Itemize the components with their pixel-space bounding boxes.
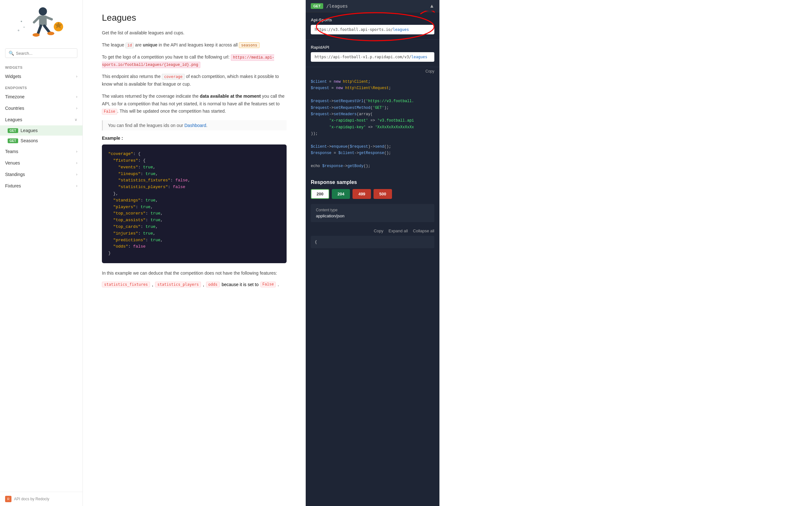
chevron-right-icon: › — [76, 184, 77, 188]
chevron-right-icon: › — [76, 74, 77, 79]
search-icon: 🔍 — [9, 51, 14, 56]
php-code-block: $client = new http\Client; $request = ne… — [306, 74, 439, 174]
sidebar-logo — [0, 0, 82, 45]
paragraph-2: The league id are unique in the API and … — [102, 41, 287, 49]
chevron-right-icon: › — [76, 94, 77, 99]
status-500-button[interactable]: 500 — [374, 189, 392, 199]
api-sports-section: Api-Sports https://v3.football.api-sport… — [306, 12, 439, 40]
chevron-right-icon: › — [76, 149, 77, 154]
sidebar-footer: R API docs by Redocly — [0, 492, 82, 506]
sidebar-item-fixtures[interactable]: Fixtures › — [0, 180, 82, 191]
missing-features-line: statistics_fixtures , statistics_players… — [102, 282, 287, 287]
status-499-button[interactable]: 499 — [353, 189, 371, 199]
json-preview: { — [311, 236, 434, 248]
example-label: Example : — [102, 136, 287, 141]
sidebar-item-venues[interactable]: Venues › — [0, 157, 82, 169]
coverage-tag: coverage — [162, 74, 185, 80]
sidebar: 🔍 WIDGETS Widgets › ENDPOINTS Timezone ›… — [0, 0, 83, 506]
id-code: id — [126, 43, 134, 49]
nav-section-endpoints: ENDPOINTS Timezone › Countries › Leagues… — [0, 82, 82, 191]
response-copy-button[interactable]: Copy — [374, 229, 383, 233]
sidebar-item-get-leagues[interactable]: GET Leagues — [0, 125, 82, 136]
copy-bar: Copy — [306, 67, 439, 74]
chevron-right-icon: › — [76, 161, 77, 165]
rapidapi-url: https://api-football-v1.p.rapidapi.com/v… — [311, 52, 434, 62]
sidebar-item-teams[interactable]: Teams › — [0, 146, 82, 157]
nav-section-widgets: WIDGETS Widgets › — [0, 62, 82, 82]
search-box[interactable]: 🔍 — [5, 49, 77, 58]
response-samples-title: Response samples — [311, 179, 434, 185]
false-inline: False — [102, 109, 117, 114]
tag-odds: odds — [206, 282, 220, 287]
endpoint-bar: GET /leagues ▲ — [306, 0, 439, 12]
paragraph-5: The values returned by the coverage indi… — [102, 93, 287, 115]
page-title: Leagues — [102, 13, 287, 23]
paragraph-3: To get the logo of a competition you hav… — [102, 54, 287, 69]
chevron-right-icon: › — [76, 172, 77, 177]
blockquote: You can find all the leagues ids on our … — [102, 120, 287, 131]
sidebar-item-timezone[interactable]: Timezone › — [0, 91, 82, 102]
redocly-icon: R — [5, 496, 11, 502]
search-input[interactable] — [16, 51, 74, 56]
collapse-all-button[interactable]: Collapse all — [413, 229, 434, 233]
logo-url: https://media.api-sports.io/football/lea… — [102, 55, 274, 68]
svg-line-4 — [38, 26, 41, 34]
right-panel: GET /leagues ▲ Api-Sports https://v3.foo… — [306, 0, 439, 506]
status-200-button[interactable]: 200 — [311, 189, 329, 199]
content-type-value: application/json — [316, 214, 429, 218]
svg-point-0 — [39, 7, 47, 16]
tag-statistics-players: statistics_players — [155, 282, 201, 287]
get-badge: GET — [8, 139, 18, 143]
status-badges: 200 204 499 500 — [311, 189, 434, 199]
dashboard-link[interactable]: Dashboard — [184, 123, 206, 128]
sidebar-item-standings[interactable]: Standings › — [0, 169, 82, 180]
paragraph-4: This endpoint also returns the coverage … — [102, 73, 287, 88]
expand-all-button[interactable]: Expand all — [388, 229, 408, 233]
sidebar-item-get-seasons[interactable]: GET Seasons — [0, 136, 82, 146]
svg-line-3 — [47, 17, 52, 19]
endpoint-chevron-icon[interactable]: ▲ — [429, 3, 434, 9]
tag-statistics-fixtures: statistics_fixtures — [102, 282, 150, 287]
content-type-box: Content type application/json — [311, 204, 434, 222]
section-label-widgets: WIDGETS — [0, 62, 82, 71]
status-204-button[interactable]: 204 — [332, 189, 350, 199]
content-type-label: Content type — [316, 208, 429, 212]
svg-rect-11 — [17, 29, 19, 31]
false-badge: False — [261, 282, 276, 287]
seasons-tag: seasons — [239, 42, 260, 48]
sidebar-item-widgets[interactable]: Widgets › — [0, 71, 82, 82]
main-content: Leagues Get the list of available league… — [83, 0, 306, 506]
svg-point-6 — [32, 33, 40, 36]
endpoint-path: /leagues — [326, 3, 430, 9]
section-label-endpoints: ENDPOINTS — [0, 82, 82, 91]
api-provider-label-sports: Api-Sports — [311, 17, 434, 22]
get-badge: GET — [8, 128, 18, 133]
player-illustration — [13, 3, 70, 41]
chevron-down-icon: ∨ — [75, 117, 77, 122]
svg-point-7 — [47, 32, 54, 35]
svg-line-2 — [34, 17, 39, 22]
endpoint-method-badge: GET — [311, 3, 323, 9]
chevron-right-icon: › — [76, 106, 77, 110]
code-copy-button[interactable]: Copy — [426, 69, 434, 74]
paragraph-1: Get the list of available leagues and cu… — [102, 29, 287, 37]
action-bar: Copy Expand all Collapse all — [311, 226, 434, 236]
api-sports-url: https://v3.football.api-sports.io/league… — [311, 25, 434, 34]
rapidapi-block: RapidAPI https://api-football-v1.p.rapid… — [306, 40, 439, 67]
after-example-text: In this example we can deduce that the c… — [102, 269, 287, 277]
sidebar-item-countries[interactable]: Countries › — [0, 102, 82, 114]
api-sports-block: Api-Sports https://v3.football.api-sport… — [306, 12, 439, 40]
code-block: "coverage": { "fixtures": { "events": tr… — [102, 145, 287, 263]
sidebar-item-leagues[interactable]: Leagues ∨ — [0, 114, 82, 125]
svg-line-5 — [44, 26, 50, 32]
svg-rect-9 — [20, 21, 22, 22]
response-section: Response samples 200 204 499 500 Content… — [306, 174, 439, 253]
svg-rect-10 — [23, 26, 24, 28]
api-provider-label-rapid: RapidAPI — [311, 45, 434, 50]
